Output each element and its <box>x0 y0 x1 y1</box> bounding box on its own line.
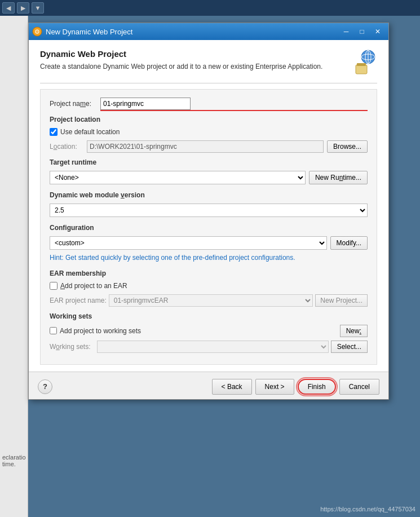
target-runtime-row: <None> Apache Tomcat v9.0 New Runtime... <box>50 171 368 184</box>
web-module-version-row: 2.5 3.0 3.1 4.0 <box>50 204 368 217</box>
eclipse-sidebar <box>0 16 28 517</box>
svg-text:⚙: ⚙ <box>34 28 40 35</box>
modify-button[interactable]: Modify... <box>330 236 368 250</box>
dialog-title: Dynamic Web Project <box>40 49 343 59</box>
project-name-input-wrapper <box>100 98 368 110</box>
minimize-button[interactable]: ─ <box>339 25 353 38</box>
dropdown-button[interactable]: ▼ <box>32 2 44 14</box>
working-sets-input-row: Working sets: Select... <box>50 341 368 353</box>
add-to-ear-checkbox[interactable] <box>50 282 58 290</box>
help-button[interactable]: ? <box>38 379 52 394</box>
working-sets-select <box>97 341 329 353</box>
browse-button[interactable]: Browse... <box>327 140 368 153</box>
add-to-ear-row: Add project to an EAR <box>50 282 368 290</box>
watermark: https://blog.csdn.net/qq_44757034 <box>320 506 415 512</box>
separator <box>40 83 377 83</box>
use-default-location-checkbox[interactable] <box>50 128 58 136</box>
forward-button[interactable]: ▶ <box>17 2 29 14</box>
working-sets-section: Working sets Add project to working sets… <box>50 312 368 353</box>
new-working-sets-button[interactable]: New: <box>340 325 368 337</box>
target-runtime-title: Target runtime <box>50 158 368 166</box>
target-runtime-select[interactable]: <None> Apache Tomcat v9.0 <box>50 171 306 184</box>
use-default-location-row: Use default location <box>50 128 368 136</box>
close-button[interactable]: ✕ <box>370 25 385 38</box>
maximize-button[interactable]: □ <box>355 25 369 38</box>
back-button[interactable]: ◀ <box>2 2 15 14</box>
working-sets-label: Working sets: <box>50 343 95 351</box>
select-working-sets-button[interactable]: Select... <box>331 341 368 353</box>
add-to-working-sets-checkbox[interactable] <box>50 327 57 334</box>
title-bar: ⚙ New Dynamic Web Project ─ □ ✕ <box>29 23 388 40</box>
window-icon: ⚙ <box>32 26 42 37</box>
ear-membership-section: EAR membership Add project to an EAR EAR… <box>50 269 368 307</box>
new-project-button: New Project... <box>315 294 368 307</box>
window-controls: ─ □ ✕ <box>339 25 385 38</box>
back-nav-button[interactable]: < Back <box>212 379 252 395</box>
taskbar: ◀ ▶ ▼ <box>0 0 420 16</box>
ear-project-name-select: 01-springmvcEAR <box>109 294 313 307</box>
target-runtime-section: Target runtime <None> Apache Tomcat v9.0… <box>50 158 368 184</box>
configuration-row: <custom> Default Configuration for Apach… <box>50 236 368 250</box>
new-dynamic-web-project-window: ⚙ New Dynamic Web Project ─ □ ✕ Dynamic … <box>28 23 389 400</box>
ear-project-name-label: EAR project name: <box>50 297 107 304</box>
partial-eclipse-text: eclaratio time. <box>2 454 26 467</box>
cancel-button[interactable]: Cancel <box>339 379 379 395</box>
new-runtime-button[interactable]: New Runtime... <box>309 171 368 184</box>
location-label: Location: <box>50 143 83 151</box>
project-location-section: Project location Use default location Lo… <box>50 116 368 153</box>
use-default-location-label: Use default location <box>60 128 120 136</box>
svg-rect-6 <box>356 65 367 74</box>
add-to-working-sets-label: Add project to working sets <box>60 327 141 335</box>
finish-button[interactable]: Finish <box>298 379 336 395</box>
dialog-header: Dynamic Web Project Create a standalone … <box>40 49 377 76</box>
dialog-subtitle: Create a standalone Dynamic Web project … <box>40 62 343 72</box>
configuration-select[interactable]: <custom> Default Configuration for Apach… <box>50 236 327 250</box>
web-module-version-section: Dynamic web module version 2.5 3.0 3.1 4… <box>50 191 368 217</box>
button-row: ? < Back Next > Finish Cancel <box>38 377 379 395</box>
ear-membership-title: EAR membership <box>50 269 368 277</box>
project-name-label: Project name: <box>50 100 100 108</box>
form-body: Project name: Project location Use defau… <box>40 89 377 365</box>
ear-project-name-row: EAR project name: 01-springmvcEAR New Pr… <box>50 294 368 307</box>
dialog-content: Dynamic Web Project Create a standalone … <box>29 40 388 372</box>
window-title: New Dynamic Web Project <box>46 28 339 36</box>
configuration-section: Configuration <custom> Default Configura… <box>50 224 368 263</box>
location-row: Location: Browse... <box>50 140 368 153</box>
configuration-title: Configuration <box>50 224 368 232</box>
add-to-working-sets-row: Add project to working sets New: <box>50 325 368 337</box>
dialog-icon <box>350 49 377 76</box>
project-location-title: Project location <box>50 116 368 123</box>
project-name-row: Project name: <box>50 98 368 110</box>
configuration-hint: Hint: Get started quickly by selecting o… <box>50 253 368 263</box>
project-name-input[interactable] <box>100 98 191 110</box>
dialog-header-text: Dynamic Web Project Create a standalone … <box>40 49 343 72</box>
svg-rect-7 <box>357 63 366 66</box>
web-module-version-select[interactable]: 2.5 3.0 3.1 4.0 <box>50 204 368 217</box>
add-to-ear-label: Add project to an EAR <box>60 282 127 290</box>
dialog-bottom: ? < Back Next > Finish Cancel <box>29 372 388 399</box>
location-input[interactable] <box>87 140 324 153</box>
working-sets-title: Working sets <box>50 312 368 320</box>
next-nav-button[interactable]: Next > <box>255 379 294 395</box>
web-module-version-title: Dynamic web module version <box>50 191 368 199</box>
